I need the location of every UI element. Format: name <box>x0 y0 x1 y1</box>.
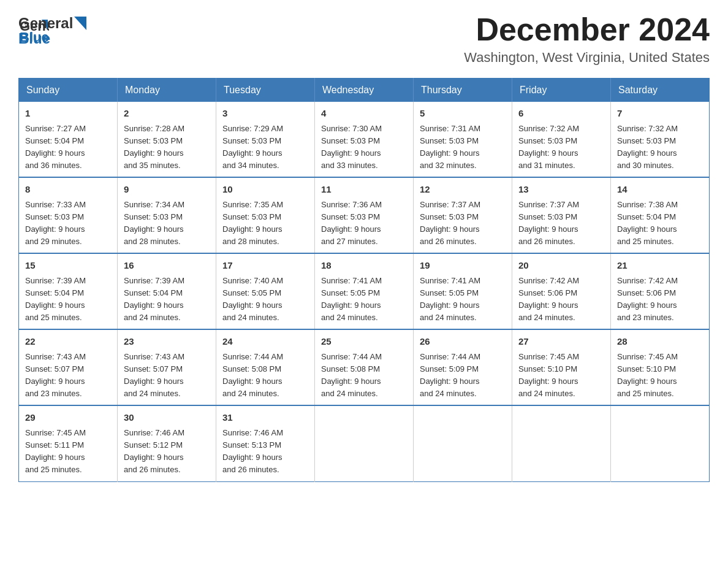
day-number: 5 <box>420 107 506 121</box>
day-info: Sunrise: 7:32 AMSunset: 5:03 PMDaylight:… <box>617 123 703 172</box>
title-section: December 2024 Washington, West Virginia,… <box>464 12 710 66</box>
day-number: 28 <box>617 335 703 349</box>
day-info: Sunrise: 7:40 AMSunset: 5:05 PMDaylight:… <box>222 275 308 324</box>
calendar-cell: 27Sunrise: 7:45 AMSunset: 5:10 PMDayligh… <box>512 329 611 405</box>
calendar-cell: 28Sunrise: 7:45 AMSunset: 5:10 PMDayligh… <box>611 329 710 405</box>
calendar-week-row: 8Sunrise: 7:33 AMSunset: 5:03 PMDaylight… <box>19 177 710 253</box>
calendar-cell: 30Sunrise: 7:46 AMSunset: 5:12 PMDayligh… <box>118 405 216 481</box>
calendar-table: SundayMondayTuesdayWednesdayThursdayFrid… <box>18 78 710 481</box>
day-number: 19 <box>420 259 506 273</box>
day-info: Sunrise: 7:43 AMSunset: 5:07 PMDaylight:… <box>124 351 210 400</box>
calendar-cell: 31Sunrise: 7:46 AMSunset: 5:13 PMDayligh… <box>216 405 315 481</box>
day-number: 6 <box>518 107 604 121</box>
logo-blue-text: Blue <box>18 30 50 47</box>
calendar-week-row: 1Sunrise: 7:27 AMSunset: 5:04 PMDaylight… <box>19 102 710 177</box>
weekday-header-saturday: Saturday <box>611 79 710 102</box>
day-info: Sunrise: 7:30 AMSunset: 5:03 PMDaylight:… <box>321 123 407 172</box>
calendar-cell <box>315 405 414 481</box>
day-info: Sunrise: 7:28 AMSunset: 5:03 PMDaylight:… <box>124 123 210 172</box>
day-number: 16 <box>124 259 210 273</box>
day-info: Sunrise: 7:46 AMSunset: 5:12 PMDaylight:… <box>124 427 210 477</box>
day-info: Sunrise: 7:38 AMSunset: 5:04 PMDaylight:… <box>617 199 703 248</box>
calendar-cell: 3Sunrise: 7:29 AMSunset: 5:03 PMDaylight… <box>216 102 315 177</box>
day-number: 4 <box>321 107 407 121</box>
calendar-cell <box>512 405 611 481</box>
calendar-cell: 10Sunrise: 7:35 AMSunset: 5:03 PMDayligh… <box>216 177 315 253</box>
location-subtitle: Washington, West Virginia, United States <box>464 50 710 66</box>
weekday-header-monday: Monday <box>118 79 216 102</box>
day-info: Sunrise: 7:45 AMSunset: 5:11 PMDaylight:… <box>25 427 111 477</box>
calendar-cell: 21Sunrise: 7:42 AMSunset: 5:06 PMDayligh… <box>611 253 710 329</box>
day-number: 20 <box>518 259 604 273</box>
day-number: 27 <box>518 335 604 349</box>
day-info: Sunrise: 7:33 AMSunset: 5:03 PMDaylight:… <box>25 199 111 248</box>
calendar-cell: 5Sunrise: 7:31 AMSunset: 5:03 PMDaylight… <box>414 102 512 177</box>
calendar-cell: 15Sunrise: 7:39 AMSunset: 5:04 PMDayligh… <box>19 253 118 329</box>
day-info: Sunrise: 7:45 AMSunset: 5:10 PMDaylight:… <box>617 351 703 400</box>
day-info: Sunrise: 7:43 AMSunset: 5:07 PMDaylight:… <box>25 351 111 400</box>
weekday-header-row: SundayMondayTuesdayWednesdayThursdayFrid… <box>19 79 710 102</box>
day-number: 8 <box>25 183 111 197</box>
day-number: 2 <box>124 107 210 121</box>
day-info: Sunrise: 7:37 AMSunset: 5:03 PMDaylight:… <box>420 199 506 248</box>
day-info: Sunrise: 7:45 AMSunset: 5:10 PMDaylight:… <box>518 351 604 400</box>
calendar-cell: 2Sunrise: 7:28 AMSunset: 5:03 PMDaylight… <box>118 102 216 177</box>
calendar-cell: 12Sunrise: 7:37 AMSunset: 5:03 PMDayligh… <box>414 177 512 253</box>
calendar-cell: 11Sunrise: 7:36 AMSunset: 5:03 PMDayligh… <box>315 177 414 253</box>
day-number: 13 <box>518 183 604 197</box>
calendar-cell: 13Sunrise: 7:37 AMSunset: 5:03 PMDayligh… <box>512 177 611 253</box>
calendar-cell: 7Sunrise: 7:32 AMSunset: 5:03 PMDaylight… <box>611 102 710 177</box>
calendar-cell: 23Sunrise: 7:43 AMSunset: 5:07 PMDayligh… <box>118 329 216 405</box>
day-info: Sunrise: 7:44 AMSunset: 5:09 PMDaylight:… <box>420 351 506 400</box>
day-number: 26 <box>420 335 506 349</box>
day-number: 7 <box>617 107 703 121</box>
day-info: Sunrise: 7:42 AMSunset: 5:06 PMDaylight:… <box>518 275 604 324</box>
calendar-cell: 22Sunrise: 7:43 AMSunset: 5:07 PMDayligh… <box>19 329 118 405</box>
day-info: Sunrise: 7:41 AMSunset: 5:05 PMDaylight:… <box>321 275 407 324</box>
day-number: 21 <box>617 259 703 273</box>
calendar-cell: 20Sunrise: 7:42 AMSunset: 5:06 PMDayligh… <box>512 253 611 329</box>
weekday-header-wednesday: Wednesday <box>315 79 414 102</box>
month-year-title: December 2024 <box>464 12 710 47</box>
day-info: Sunrise: 7:36 AMSunset: 5:03 PMDaylight:… <box>321 199 407 248</box>
day-info: Sunrise: 7:27 AMSunset: 5:04 PMDaylight:… <box>25 123 111 172</box>
day-info: Sunrise: 7:34 AMSunset: 5:03 PMDaylight:… <box>124 199 210 248</box>
logo: General Blue General Blue <box>18 12 88 48</box>
day-info: Sunrise: 7:37 AMSunset: 5:03 PMDaylight:… <box>518 199 604 248</box>
calendar-cell: 14Sunrise: 7:38 AMSunset: 5:04 PMDayligh… <box>611 177 710 253</box>
svg-marker-3 <box>74 17 86 30</box>
day-number: 12 <box>420 183 506 197</box>
calendar-cell: 16Sunrise: 7:39 AMSunset: 5:04 PMDayligh… <box>118 253 216 329</box>
day-number: 30 <box>124 411 210 425</box>
calendar-cell: 1Sunrise: 7:27 AMSunset: 5:04 PMDaylight… <box>19 102 118 177</box>
day-number: 1 <box>25 107 111 121</box>
day-number: 14 <box>617 183 703 197</box>
calendar-cell: 25Sunrise: 7:44 AMSunset: 5:08 PMDayligh… <box>315 329 414 405</box>
calendar-cell: 26Sunrise: 7:44 AMSunset: 5:09 PMDayligh… <box>414 329 512 405</box>
calendar-cell: 4Sunrise: 7:30 AMSunset: 5:03 PMDaylight… <box>315 102 414 177</box>
day-number: 3 <box>222 107 308 121</box>
calendar-cell: 24Sunrise: 7:44 AMSunset: 5:08 PMDayligh… <box>216 329 315 405</box>
calendar-cell <box>611 405 710 481</box>
day-info: Sunrise: 7:39 AMSunset: 5:04 PMDaylight:… <box>124 275 210 324</box>
day-number: 15 <box>25 259 111 273</box>
calendar-cell: 29Sunrise: 7:45 AMSunset: 5:11 PMDayligh… <box>19 405 118 481</box>
weekday-header-tuesday: Tuesday <box>216 79 315 102</box>
calendar-cell: 18Sunrise: 7:41 AMSunset: 5:05 PMDayligh… <box>315 253 414 329</box>
day-number: 29 <box>25 411 111 425</box>
calendar-cell: 17Sunrise: 7:40 AMSunset: 5:05 PMDayligh… <box>216 253 315 329</box>
day-info: Sunrise: 7:32 AMSunset: 5:03 PMDaylight:… <box>518 123 604 172</box>
day-number: 17 <box>222 259 308 273</box>
day-info: Sunrise: 7:29 AMSunset: 5:03 PMDaylight:… <box>222 123 308 172</box>
day-number: 24 <box>222 335 308 349</box>
calendar-week-row: 15Sunrise: 7:39 AMSunset: 5:04 PMDayligh… <box>19 253 710 329</box>
calendar-week-row: 22Sunrise: 7:43 AMSunset: 5:07 PMDayligh… <box>19 329 710 405</box>
logo-triangle-icon <box>74 17 86 30</box>
day-info: Sunrise: 7:46 AMSunset: 5:13 PMDaylight:… <box>222 427 308 477</box>
calendar-cell: 9Sunrise: 7:34 AMSunset: 5:03 PMDaylight… <box>118 177 216 253</box>
day-number: 10 <box>222 183 308 197</box>
day-number: 23 <box>124 335 210 349</box>
day-number: 9 <box>124 183 210 197</box>
day-number: 25 <box>321 335 407 349</box>
calendar-cell <box>414 405 512 481</box>
